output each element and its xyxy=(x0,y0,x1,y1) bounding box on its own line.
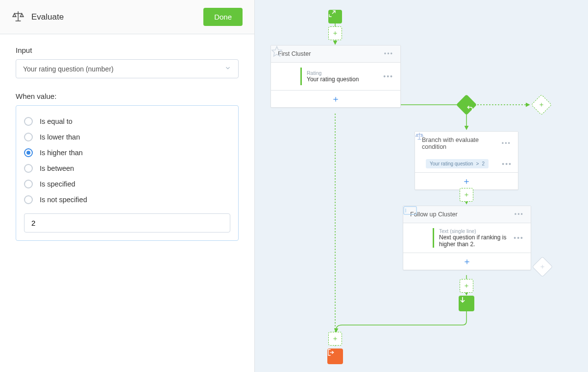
question-type: Rating xyxy=(307,70,378,76)
add-placeholder-bottom[interactable]: ＋ xyxy=(328,332,342,346)
flow-continue-icon[interactable] xyxy=(459,296,474,311)
add-question-button[interactable]: ＋ xyxy=(403,253,531,270)
add-placeholder-top[interactable]: ＋ xyxy=(328,26,342,40)
plus-icon: ＋ xyxy=(538,100,545,109)
plus-icon: ＋ xyxy=(539,262,546,271)
radio-icon xyxy=(24,195,33,204)
radio-label: Is equal to xyxy=(40,117,73,125)
flow-start-icon[interactable] xyxy=(328,10,342,23)
cluster-first-title: First Cluster xyxy=(278,50,311,57)
radio-eq[interactable]: Is equal to xyxy=(24,114,230,129)
flow-canvas[interactable]: ＋ First Cluster ••• Rating Your rating q… xyxy=(255,0,588,372)
input-select-value: Your rating question (number) xyxy=(23,65,114,73)
radio-label: Is specified xyxy=(40,180,75,188)
radio-bt[interactable]: Is between xyxy=(24,161,230,176)
question-row[interactable]: Rating Your rating question ••• xyxy=(271,63,400,91)
radio-label: Is lower than xyxy=(40,133,80,141)
evaluate-expression: Your rating question > 2 xyxy=(426,159,489,168)
more-icon[interactable]: ••• xyxy=(383,72,393,80)
svg-marker-1 xyxy=(272,46,282,56)
star-icon xyxy=(278,68,295,85)
chevron-down-icon xyxy=(224,65,231,73)
more-icon[interactable]: ••• xyxy=(514,211,524,218)
done-button[interactable]: Done xyxy=(203,8,243,26)
radio-icon xyxy=(24,117,33,126)
radio-icon xyxy=(24,133,33,141)
options-box: Is equal toIs lower thanIs higher thanIs… xyxy=(16,105,239,241)
text-input-icon xyxy=(410,229,428,247)
radio-ns[interactable]: Is not specified xyxy=(24,192,230,208)
question-row[interactable]: Text (single line) Next question if rank… xyxy=(403,223,531,253)
add-placeholder-mid[interactable]: ＋ xyxy=(460,188,473,202)
radio-icon xyxy=(24,180,33,188)
accent-bar xyxy=(433,228,434,248)
radio-gt[interactable]: Is higher than xyxy=(24,145,230,161)
panel-body: Input Your rating question (number) When… xyxy=(0,34,254,253)
more-icon[interactable]: ••• xyxy=(514,234,524,242)
input-label: Input xyxy=(16,46,239,54)
question-text: Your rating question xyxy=(307,76,378,83)
radio-label: Is between xyxy=(40,164,74,172)
radio-icon xyxy=(24,148,33,157)
more-icon[interactable]: ••• xyxy=(384,50,393,57)
cluster-followup-title: Follow up Cluster xyxy=(410,211,458,218)
accent-bar xyxy=(300,68,302,85)
radio-icon xyxy=(24,164,33,173)
question-type: Text (single line) xyxy=(439,228,509,234)
input-select[interactable]: Your rating question (number) xyxy=(16,59,239,78)
cluster-followup[interactable]: Follow up Cluster ••• Text (single line)… xyxy=(403,206,531,270)
flow-end-icon[interactable] xyxy=(327,349,343,364)
radio-lt[interactable]: Is lower than xyxy=(24,129,230,145)
question-text: Next question if ranking is higher than … xyxy=(439,234,509,248)
radio-label: Is not specified xyxy=(40,196,87,204)
radio-label: Is higher than xyxy=(40,149,83,157)
cluster-first[interactable]: First Cluster ••• Rating Your rating que… xyxy=(270,45,401,108)
scales-icon xyxy=(12,10,24,24)
evaluate-panel: Evaluate Done Input Your rating question… xyxy=(0,0,255,372)
panel-header: Evaluate Done xyxy=(0,0,254,34)
add-placeholder-below[interactable]: ＋ xyxy=(460,279,473,293)
add-question-button[interactable]: ＋ xyxy=(271,91,400,107)
add-condition-button[interactable]: ＋ xyxy=(415,173,518,189)
threshold-input[interactable] xyxy=(24,213,230,232)
branch-node[interactable]: Branch with evaluate condition ••• Your … xyxy=(415,131,518,190)
branch-title: Branch with evaluate condition xyxy=(422,137,502,150)
panel-title: Evaluate xyxy=(31,12,64,22)
radio-sp[interactable]: Is specified xyxy=(24,176,230,192)
more-icon[interactable]: ••• xyxy=(502,140,511,147)
when-value-label: When value: xyxy=(16,92,239,100)
more-icon[interactable]: ••• xyxy=(502,160,512,168)
